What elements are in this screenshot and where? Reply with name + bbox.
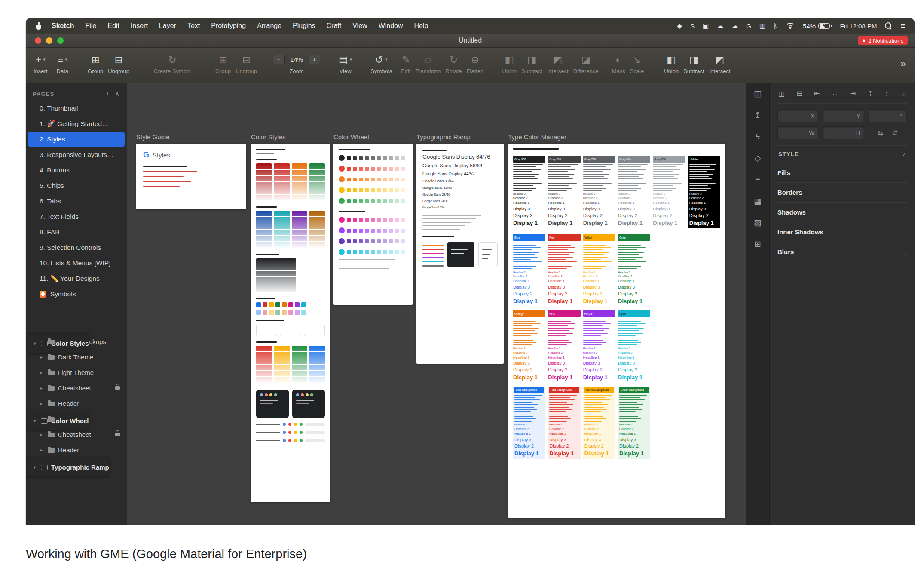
menu-edit[interactable]: Edit: [102, 22, 125, 30]
toolbar-view[interactable]: ▤▾View: [339, 52, 352, 74]
page-item[interactable]: 6. Tabs: [26, 193, 127, 209]
apple-menu-icon[interactable]: [35, 22, 42, 30]
align-bottom-icon[interactable]: ⇣: [900, 89, 906, 98]
page-item[interactable]: 10. Lists & Menus [WIP]: [26, 255, 127, 271]
align-center-horizontal-icon[interactable]: ↔: [832, 90, 838, 98]
artboard-label[interactable]: Style Guide: [136, 133, 170, 141]
toolbar-group-2[interactable]: ⊞Group: [215, 52, 231, 74]
type-color-column[interactable]: GreenHeadline 3Headline 2Headline 1Displ…: [618, 234, 650, 304]
disclosure-expanded-icon[interactable]: ▾: [32, 341, 37, 346]
type-color-column[interactable]: Green BackgroundHeadline 3Headline 2Head…: [618, 387, 650, 459]
disclosure-collapsed-icon[interactable]: ▸: [39, 448, 44, 452]
grid-icon[interactable]: ▦: [754, 197, 762, 205]
style-row-borders[interactable]: Borders: [777, 182, 907, 202]
flip-horizontal-icon[interactable]: ⇆: [878, 129, 883, 137]
g-app-icon[interactable]: G: [746, 22, 751, 30]
menu-sketch[interactable]: Sketch: [46, 22, 80, 30]
align-left-icon[interactable]: ⇤: [814, 89, 820, 98]
menu-file[interactable]: File: [80, 22, 102, 30]
style-section-header[interactable]: STYLE ∨: [777, 145, 907, 163]
distribute-horizontally-icon[interactable]: ◫: [778, 89, 785, 98]
disclosure-expanded-icon[interactable]: ▾: [32, 465, 37, 470]
zoom-in-button[interactable]: +: [309, 55, 320, 64]
page-item[interactable]: 1. 🚀 Getting Started…: [26, 116, 127, 132]
menu-prototyping[interactable]: Prototyping: [205, 22, 251, 30]
collapse-pages-button[interactable]: ∧: [115, 90, 120, 97]
menu-arrange[interactable]: Arrange: [251, 22, 287, 30]
canvas[interactable]: Style GuideGStylesColor StylesColor Whee…: [127, 83, 746, 525]
notifications-badge[interactable]: 2 Notifications: [858, 36, 908, 45]
disclosure-collapsed-icon[interactable]: ▸: [39, 386, 44, 390]
type-color-column[interactable]: Gray 800Headline 3Headline 2Headline 1Di…: [548, 156, 580, 228]
layer-artboard[interactable]: ▾Color Wheel: [26, 411, 89, 430]
layer-artboard[interactable]: ▾Color Styles: [26, 334, 89, 353]
layer-group[interactable]: ▸Light Theme: [26, 365, 127, 380]
toolbar-intersect-2[interactable]: ◩Intersect: [709, 52, 731, 74]
type-color-column[interactable]: Red BackgroundHeadline 3Headline 2Headli…: [548, 387, 580, 459]
diamond-icon[interactable]: ◇: [755, 154, 761, 162]
disclosure-collapsed-icon[interactable]: ▸: [39, 432, 44, 437]
x-field[interactable]: X: [777, 109, 819, 122]
artboard-color-wheel[interactable]: [333, 144, 413, 305]
s-app-icon[interactable]: S: [690, 22, 695, 30]
artboard-style-guide[interactable]: GStyles: [136, 144, 246, 209]
toolbar-mask[interactable]: ◐Mask: [612, 52, 625, 74]
type-color-column[interactable]: PurpleHeadline 3Headline 2Headline 1Disp…: [583, 310, 615, 380]
share-icon[interactable]: ↥: [754, 111, 761, 119]
layer-group[interactable]: ▸Header: [26, 396, 127, 411]
align-top-icon[interactable]: ⇡: [868, 89, 873, 98]
type-color-column[interactable]: Yellow BackgroundHeadline 3Headline 2Hea…: [583, 387, 615, 459]
window-app-icon[interactable]: ▣: [703, 22, 709, 30]
cloud-drive-icon[interactable]: ☁: [731, 22, 738, 30]
page-item[interactable]: 8. FAB: [26, 224, 127, 240]
toolbar-ungroup[interactable]: ⊟Ungroup: [108, 52, 129, 74]
toolbar-union[interactable]: ◧Union: [502, 52, 517, 74]
toolbar-zoom[interactable]: −14%+Zoom: [273, 52, 320, 74]
menu-clock[interactable]: Fri 12:08 PM: [840, 22, 877, 30]
disclosure-collapsed-icon[interactable]: ▸: [39, 355, 44, 359]
rotation-field[interactable]: °: [869, 109, 907, 122]
type-color-column[interactable]: WhiteHeadline 3Headline 2Headline 1Displ…: [688, 156, 720, 228]
style-row-blurs[interactable]: Blurs: [777, 242, 907, 261]
type-color-column[interactable]: Gray 500Headline 3Headline 2Headline 1Di…: [653, 156, 685, 228]
list-icon[interactable]: ≡: [755, 175, 760, 184]
toolbar-edit[interactable]: ✎Edit: [401, 52, 410, 74]
image-icon[interactable]: ▧: [754, 218, 762, 227]
bluetooth-icon[interactable]: ᛒ: [774, 22, 777, 30]
toolbar-scale[interactable]: ↘Scale: [630, 52, 644, 74]
notification-center-icon[interactable]: ≡: [900, 21, 905, 31]
toolbar-subtract[interactable]: ◨Subtract: [521, 52, 542, 74]
artboard-type-color-manager[interactable]: Gray 900Headline 3Headline 2Headline 1Di…: [508, 144, 725, 518]
artboard-label[interactable]: Type Color Manager: [508, 133, 566, 141]
menu-window[interactable]: Window: [373, 22, 409, 30]
page-item[interactable]: 9. Selection Controls: [26, 240, 127, 255]
wifi-icon[interactable]: [786, 23, 795, 29]
menu-plugins[interactable]: Plugins: [287, 22, 321, 30]
type-color-column[interactable]: RedHeadline 3Headline 2Headline 1Display…: [548, 234, 580, 304]
width-field[interactable]: W: [777, 126, 819, 139]
toolbar-subtract-2[interactable]: ◨Subtract: [683, 52, 704, 74]
dropbox-icon[interactable]: ◆: [677, 22, 682, 30]
lightning-icon[interactable]: ϟ: [756, 132, 760, 141]
toolbar-ungroup-2[interactable]: ⊟Ungroup: [236, 52, 257, 74]
zoom-out-button[interactable]: −: [273, 55, 285, 64]
toolbar-difference[interactable]: ◪Difference: [573, 52, 599, 74]
artboard-label[interactable]: Color Styles: [251, 133, 286, 141]
page-item[interactable]: 4. Buttons: [26, 163, 127, 178]
disclosure-collapsed-icon[interactable]: ▸: [39, 370, 44, 375]
page-item[interactable]: 11. ✏️ Your Designs: [26, 271, 127, 286]
flip-vertical-icon[interactable]: ⇵: [892, 129, 898, 137]
page-item[interactable]: 0. Thumbnail: [26, 101, 127, 116]
page-item[interactable]: 3. Responsive Layouts…: [26, 147, 127, 163]
blurs-checkbox[interactable]: [900, 249, 906, 255]
columns-icon[interactable]: ◫: [754, 89, 762, 98]
artboard-typo-ramp[interactable]: Google Sans Display 64/76Google Sans Dis…: [416, 144, 504, 364]
y-field[interactable]: Y: [823, 109, 864, 122]
type-color-column[interactable]: Gray 900Headline 3Headline 2Headline 1Di…: [513, 156, 545, 228]
fullscreen-button[interactable]: [57, 37, 64, 44]
page-item[interactable]: 5. Chips: [26, 178, 127, 193]
menu-insert[interactable]: Insert: [125, 22, 153, 30]
page-item[interactable]: Symbols: [26, 286, 127, 302]
distribute-vertically-icon[interactable]: ⊟: [796, 89, 802, 98]
close-button[interactable]: [35, 37, 41, 44]
